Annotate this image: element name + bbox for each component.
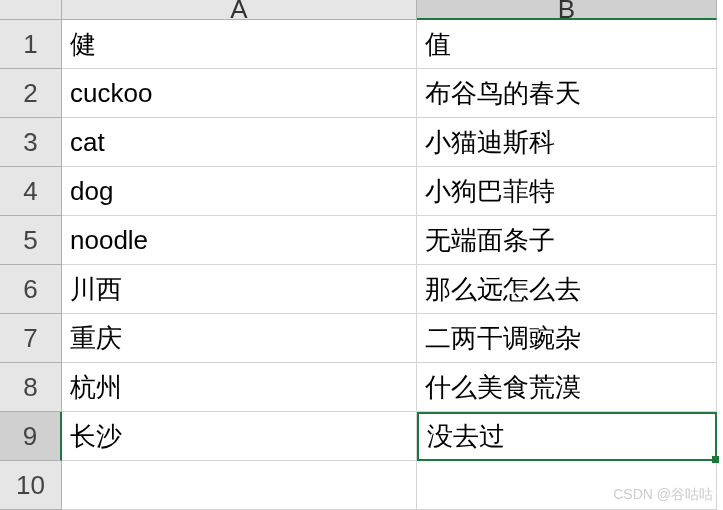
row-header-3[interactable]: 3 xyxy=(0,118,62,167)
cell-a2[interactable]: cuckoo xyxy=(62,69,417,118)
cell-a9[interactable]: 长沙 xyxy=(62,412,417,461)
row-header-7[interactable]: 7 xyxy=(0,314,62,363)
col-header-a[interactable]: A xyxy=(62,0,417,20)
cell-b4[interactable]: 小狗巴菲特 xyxy=(417,167,717,216)
cell-b9[interactable]: 没去过 xyxy=(417,412,717,461)
row-header-8[interactable]: 8 xyxy=(0,363,62,412)
cell-b8[interactable]: 什么美食荒漠 xyxy=(417,363,717,412)
cell-a7[interactable]: 重庆 xyxy=(62,314,417,363)
row-header-4[interactable]: 4 xyxy=(0,167,62,216)
row-header-10[interactable]: 10 xyxy=(0,461,62,510)
row-header-2[interactable]: 2 xyxy=(0,69,62,118)
row-header-5[interactable]: 5 xyxy=(0,216,62,265)
cell-b5[interactable]: 无端面条子 xyxy=(417,216,717,265)
spreadsheet-grid: A B 1 健 值 2 cuckoo 布谷鸟的春天 3 cat 小猫迪斯科 4 … xyxy=(0,0,723,510)
cell-a3[interactable]: cat xyxy=(62,118,417,167)
cell-b3[interactable]: 小猫迪斯科 xyxy=(417,118,717,167)
cell-a8[interactable]: 杭州 xyxy=(62,363,417,412)
col-header-b[interactable]: B xyxy=(417,0,717,20)
cell-a6[interactable]: 川西 xyxy=(62,265,417,314)
cell-a4[interactable]: dog xyxy=(62,167,417,216)
cell-b1[interactable]: 值 xyxy=(417,20,717,69)
row-header-1[interactable]: 1 xyxy=(0,20,62,69)
cell-a10[interactable] xyxy=(62,461,417,510)
row-header-9[interactable]: 9 xyxy=(0,412,62,461)
row-header-6[interactable]: 6 xyxy=(0,265,62,314)
cell-b6[interactable]: 那么远怎么去 xyxy=(417,265,717,314)
cell-a5[interactable]: noodle xyxy=(62,216,417,265)
cell-b2[interactable]: 布谷鸟的春天 xyxy=(417,69,717,118)
cell-b7[interactable]: 二两干调豌杂 xyxy=(417,314,717,363)
cell-a1[interactable]: 健 xyxy=(62,20,417,69)
watermark-text: CSDN @谷咕咕 xyxy=(613,486,713,504)
select-all-corner[interactable] xyxy=(0,0,62,20)
